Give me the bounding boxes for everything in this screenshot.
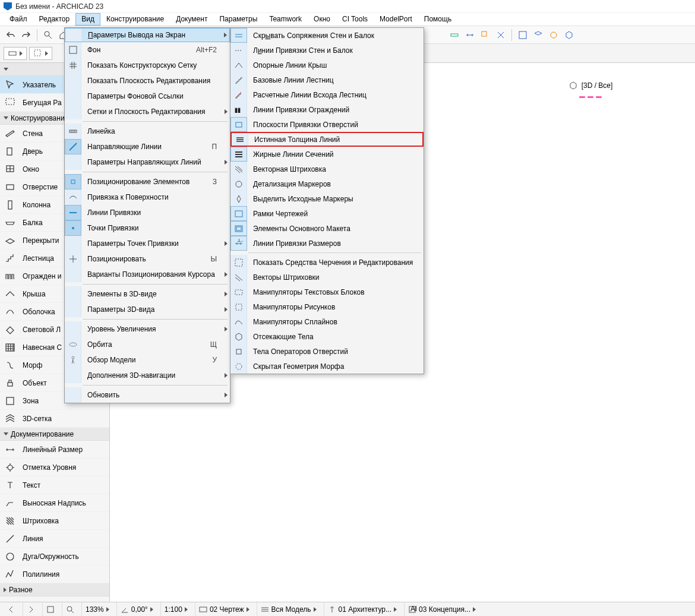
spoint-icon	[65, 220, 81, 236]
submenu-item[interactable]: Опорные Линии Крыш	[230, 58, 424, 72]
nav-fwd-button[interactable]	[23, 602, 39, 616]
menu-item[interactable]: Обновить	[65, 387, 230, 403]
measure-icon[interactable]	[447, 28, 462, 42]
submenu-item[interactable]: Выделить Исходные Маркеры	[230, 191, 424, 206]
menu-item[interactable]: Показать Плоскость Редактирования	[65, 73, 230, 89]
menu-citools[interactable]: CI Tools	[336, 13, 374, 26]
menu-item[interactable]: Привязка к Поверхности	[65, 189, 230, 205]
submenu-item[interactable]: Базовые Линии Лестниц	[230, 72, 424, 87]
view-selector[interactable]: 02 Чертеж	[195, 602, 253, 616]
menu-document[interactable]: Документ	[170, 13, 213, 26]
submenu-item[interactable]: Элементы Основного Макета	[230, 221, 424, 236]
submenu-item[interactable]: Плоскости Привязки Отверстий	[230, 117, 424, 132]
submenu-item[interactable]: Жирные Линии Сечений	[230, 147, 424, 162]
tool-fill[interactable]: Штриховка	[0, 512, 109, 530]
zoom-in-button[interactable]	[62, 602, 78, 616]
submenu-item[interactable]: Показать Средства Черчения и Редактирова…	[230, 255, 424, 270]
concept-selector[interactable]: Ab03 Концепция...	[404, 602, 479, 616]
submenu-item[interactable]: Истинная Толщина Линий	[230, 132, 424, 147]
tool-arc[interactable]: Дуга/Окружность	[0, 548, 109, 566]
submenu-item[interactable]: Скрытая Геометрия Морфа	[230, 359, 424, 374]
menu-item[interactable]: Параметры Вывода на Экран	[65, 28, 230, 42]
cube-icon[interactable]	[562, 28, 576, 42]
submenu-item[interactable]: Линии Привязки Ограждений	[230, 102, 424, 117]
menu-item[interactable]: Точки Привязки	[65, 220, 230, 236]
menu-window[interactable]: Окно	[308, 13, 336, 26]
submenu-item-label: Линии Привязки Размеров	[247, 239, 424, 248]
submenu-item[interactable]: Манипуляторы Текстовых Блоков	[230, 285, 424, 299]
drag-handle-icon[interactable]	[576, 96, 605, 100]
walk-icon	[65, 352, 81, 368]
menu-item-label: Привязка к Поверхности	[81, 193, 222, 201]
tool-line[interactable]: Линия	[0, 530, 109, 548]
layer-selector[interactable]	[4, 47, 27, 60]
submenu-item[interactable]: Рамки Чертежей	[230, 206, 424, 221]
tool-dimension[interactable]: Линейный Размер	[0, 441, 109, 459]
menu-item[interactable]: Линейка	[65, 124, 230, 139]
menu-item[interactable]: ФонAlt+F2	[65, 42, 230, 58]
menu-item[interactable]: Показать Конструкторскую Сетку	[65, 58, 230, 73]
menu-item[interactable]: Параметры 3D-вида	[65, 302, 230, 317]
menu-options[interactable]: Параметры	[213, 13, 263, 26]
undo-button[interactable]	[4, 28, 18, 42]
angle-value[interactable]: 0,00°	[116, 602, 157, 616]
layers-icon[interactable]	[531, 28, 545, 42]
arch-selector[interactable]: 01 Архитектур...	[324, 602, 401, 616]
submenu-item[interactable]: Линии Привязки Стен и Балок	[230, 43, 424, 58]
tool-polyline[interactable]: Полилиния	[0, 566, 109, 583]
toolbox-cat-document[interactable]: Документирование	[0, 428, 109, 441]
submenu-item-label: Манипуляторы Сплайнов	[247, 318, 424, 326]
dim-icon[interactable]	[463, 28, 477, 42]
separator-icon	[37, 29, 37, 41]
geometry-selector[interactable]	[29, 47, 52, 60]
clip-icon[interactable]	[546, 28, 561, 42]
trace-icon[interactable]	[494, 28, 508, 42]
menu-item[interactable]: Параметры Точек Привязки	[65, 236, 230, 251]
zoom-value[interactable]: 133%	[81, 602, 113, 616]
filter-icon[interactable]	[516, 28, 530, 42]
menu-teamwork[interactable]: Teamwork	[263, 13, 308, 26]
tag-icon[interactable]	[478, 28, 492, 42]
menu-file[interactable]: Файл	[4, 13, 33, 26]
model-selector[interactable]: Вся Модель	[257, 602, 320, 616]
menu-item[interactable]: Параметры Направляющих Линий	[65, 154, 230, 170]
toolbox-cat-misc[interactable]: Разное	[0, 583, 109, 596]
submenu-item[interactable]: Тела Операторов Отверстий	[230, 344, 424, 359]
tool-label[interactable]: Выносная Надпись	[0, 494, 109, 512]
menu-item[interactable]: Дополнения 3D-навигации	[65, 368, 230, 383]
scale-value[interactable]: 1:100	[160, 602, 191, 616]
submenu-item[interactable]: Манипуляторы Сплайнов	[230, 314, 424, 329]
menu-item[interactable]: ПозиционироватьЫ	[65, 251, 230, 267]
menu-design[interactable]: Конструирование	[100, 13, 170, 26]
submenu-item[interactable]: Скрывать Сопряжения Стен и Балок	[230, 28, 424, 43]
menu-item[interactable]: Сетки и Плоскость Редактирования	[65, 104, 230, 119]
menu-item[interactable]: Линии Привязки	[65, 205, 230, 220]
tool-mesh[interactable]: 3D-сетка	[0, 410, 109, 428]
submenu-item[interactable]: Расчетные Линии Всхода Лестниц	[230, 87, 424, 102]
redo-button[interactable]	[19, 28, 33, 42]
menu-item[interactable]: Позиционирование ЭлементовЗ	[65, 174, 230, 189]
blank-icon	[65, 73, 81, 89]
menu-item[interactable]: Направляющие ЛинииП	[65, 139, 230, 154]
nav-back-button[interactable]	[4, 602, 19, 616]
menu-editor[interactable]: Редактор	[33, 13, 76, 26]
menu-item[interactable]: Уровень Увеличения	[65, 321, 230, 337]
submenu-item[interactable]: Векторная Штриховка	[230, 162, 424, 176]
zoom-button[interactable]	[41, 28, 55, 42]
tool-level[interactable]: Отметка Уровня	[0, 459, 109, 476]
navigator-header[interactable]: [3D / Все]	[489, 77, 691, 94]
zoom-fit-button[interactable]	[42, 602, 58, 616]
menu-item[interactable]: Элементы в 3D-виде	[65, 286, 230, 302]
tool-text[interactable]: Текст	[0, 476, 109, 494]
menu-help[interactable]: Помощь	[418, 13, 457, 26]
submenu-item[interactable]: 1.2Линии Привязки Размеров	[230, 236, 424, 251]
submenu-item[interactable]: Детализация Маркеров	[230, 176, 424, 191]
menu-modelport[interactable]: ModelPort	[374, 13, 418, 26]
submenu-item[interactable]: Манипуляторы Рисунков	[230, 299, 424, 314]
option-icon	[230, 147, 247, 162]
menu-view[interactable]: Вид	[75, 13, 100, 26]
submenu-item[interactable]: Отсекающие Тела	[230, 329, 424, 344]
menu-item[interactable]: Варианты Позиционирования Курсора	[65, 267, 230, 282]
menu-item[interactable]: Параметры Фоновой Ссылки	[65, 89, 230, 104]
submenu-item[interactable]: Векторы Штриховки	[230, 270, 424, 285]
